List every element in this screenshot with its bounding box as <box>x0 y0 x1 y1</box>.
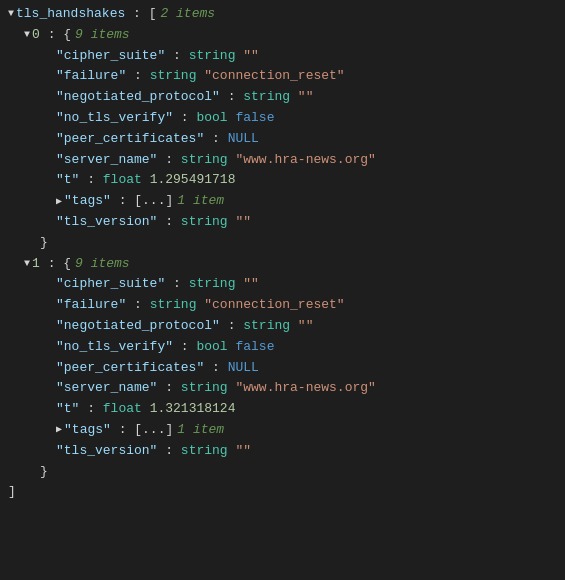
field-tls-version-0: "tls_version" : string "" <box>56 212 557 233</box>
field-t-0: "t" : float 1.295491718 <box>56 170 557 191</box>
item-0-fields: "cipher_suite" : string "" "failure" : s… <box>24 46 557 233</box>
root-line: tls_handshakes : [ 2 items <box>8 4 557 25</box>
root-toggle[interactable] <box>8 6 14 22</box>
item-1-toggle[interactable] <box>24 256 30 272</box>
item-0-toggle[interactable] <box>24 27 30 43</box>
field-tags-1: "tags" : [ ... ] 1 item <box>56 420 557 441</box>
root-key: tls_handshakes <box>16 4 125 25</box>
field-server-name-0: "server_name" : string "www.hra-news.org… <box>56 150 557 171</box>
field-cipher-suite-1: "cipher_suite" : string "" <box>56 274 557 295</box>
field-cipher-suite-0: "cipher_suite" : string "" <box>56 46 557 67</box>
item-0-close: } <box>24 233 557 254</box>
json-viewer: tls_handshakes : [ 2 items 0 : { 9 items… <box>8 4 557 503</box>
field-tls-version-1: "tls_version" : string "" <box>56 441 557 462</box>
tags-1-toggle[interactable] <box>56 422 62 438</box>
field-t-1: "t" : float 1.321318124 <box>56 399 557 420</box>
field-peer-certificates-1: "peer_certificates" : NULL <box>56 358 557 379</box>
tags-0-toggle[interactable] <box>56 194 62 210</box>
field-failure-0: "failure" : string "connection_reset" <box>56 66 557 87</box>
item-1-line: 1 : { 9 items <box>24 254 557 275</box>
item-1-close: } <box>24 462 557 483</box>
field-no-tls-verify-1: "no_tls_verify" : bool false <box>56 337 557 358</box>
field-no-tls-verify-0: "no_tls_verify" : bool false <box>56 108 557 129</box>
item-1-fields: "cipher_suite" : string "" "failure" : s… <box>24 274 557 461</box>
item-1-container: 1 : { 9 items "cipher_suite" : string ""… <box>8 254 557 483</box>
root-hint: 2 items <box>160 4 215 25</box>
field-failure-1: "failure" : string "connection_reset" <box>56 295 557 316</box>
item-0-container: 0 : { 9 items "cipher_suite" : string ""… <box>8 25 557 254</box>
item-0-line: 0 : { 9 items <box>24 25 557 46</box>
field-negotiated-protocol-1: "negotiated_protocol" : string "" <box>56 316 557 337</box>
root-close: ] <box>8 482 557 503</box>
field-tags-0: "tags" : [ ... ] 1 item <box>56 191 557 212</box>
field-server-name-1: "server_name" : string "www.hra-news.org… <box>56 378 557 399</box>
field-negotiated-protocol-0: "negotiated_protocol" : string "" <box>56 87 557 108</box>
field-peer-certificates-0: "peer_certificates" : NULL <box>56 129 557 150</box>
